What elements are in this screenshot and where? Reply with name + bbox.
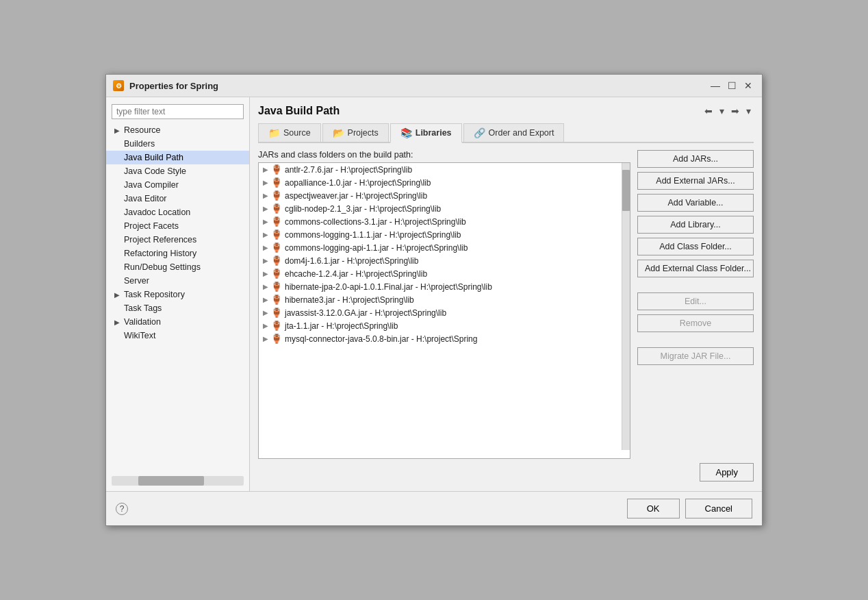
list-item[interactable]: ▶ 🏺 mysql-connector-java-5.0.8-bin.jar -…	[259, 332, 630, 345]
remove-button[interactable]: Remove	[637, 314, 754, 332]
sidebar-item-project-references[interactable]: Project References	[106, 233, 249, 247]
forward-dropdown[interactable]: ▾	[743, 104, 754, 118]
close-button[interactable]: ✕	[741, 79, 755, 92]
list-item[interactable]: ▶ 🏺 aspectjweaver.jar - H:\project\Sprin…	[259, 189, 630, 202]
sidebar-item-project-facets[interactable]: Project Facets	[106, 219, 249, 233]
sidebar-item-java-compiler[interactable]: Java Compiler	[106, 178, 249, 192]
list-item[interactable]: ▶ 🏺 javassist-3.12.0.GA.jar - H:\project…	[259, 306, 630, 319]
list-item[interactable]: ▶ 🏺 cglib-nodep-2.1_3.jar - H:\project\S…	[259, 202, 630, 215]
sidebar-item-label: Resource	[124, 125, 161, 135]
jar-icon: 🏺	[271, 255, 282, 266]
sidebar-item-label: Java Editor	[124, 194, 167, 203]
list-item[interactable]: ▶ 🏺 hibernate-jpa-2.0-api-1.0.1.Final.ja…	[259, 280, 630, 293]
main-header: Java Build Path ⬅ ▾ ➡ ▾	[258, 104, 754, 118]
sidebar-item-task-tags[interactable]: Task Tags	[106, 301, 249, 315]
maximize-button[interactable]: ☐	[725, 79, 739, 92]
jar-vertical-scrollbar[interactable]	[622, 163, 630, 450]
jar-item-label: cglib-nodep-2.1_3.jar - H:\project\Sprin…	[285, 204, 441, 214]
apply-area: Apply	[258, 459, 754, 484]
jar-item-label: commons-collections-3.1.jar - H:\project…	[285, 217, 466, 227]
properties-dialog: ⚙ Properties for Spring — ☐ ✕ ▶ Resource…	[105, 74, 763, 526]
sidebar-item-label: Validation	[124, 317, 161, 327]
sidebar-item-refactoring[interactable]: Refactoring History	[106, 247, 249, 260]
back-dropdown[interactable]: ▾	[717, 104, 727, 118]
add-external-class-folder-button[interactable]: Add External Class Folder...	[637, 260, 754, 277]
content-area: JARs and class folders on the build path…	[258, 150, 754, 459]
sidebar-item-java-code-style[interactable]: Java Code Style	[106, 164, 249, 178]
dialog-icon: ⚙	[113, 80, 124, 91]
jar-icon: 🏺	[271, 334, 282, 344]
add-variable-button[interactable]: Add Variable...	[637, 194, 754, 212]
sidebar-item-label: Project References	[124, 235, 196, 245]
sidebar-item-builders[interactable]: Builders	[106, 137, 249, 151]
list-item[interactable]: ▶ 🏺 ehcache-1.2.4.jar - H:\project\Sprin…	[259, 267, 630, 280]
sidebar-scrollbar-thumb	[138, 476, 205, 486]
list-item[interactable]: ▶ 🏺 aopalliance-1.0.jar - H:\project\Spr…	[259, 176, 630, 189]
tab-source[interactable]: 📁 Source	[258, 123, 321, 142]
edit-button[interactable]: Edit...	[637, 292, 754, 310]
expand-arrow: ▶	[263, 166, 268, 173]
jar-list-inner: ▶ 🏺 antlr-2.7.6.jar - H:\project\Spring\…	[259, 163, 630, 458]
jar-item-label: hibernate3.jar - H:\project\Spring\lib	[285, 295, 414, 305]
migrate-jar-button[interactable]: Migrate JAR File...	[637, 347, 754, 365]
bottom-bar: ? OK Cancel	[106, 491, 762, 525]
list-item[interactable]: ▶ 🏺 dom4j-1.6.1.jar - H:\project\Spring\…	[259, 254, 630, 267]
list-item[interactable]: ▶ 🏺 commons-logging-api-1.1.jar - H:\pro…	[259, 241, 630, 254]
sidebar-item-label: Project Facets	[124, 221, 179, 231]
list-item[interactable]: ▶ 🏺 antlr-2.7.6.jar - H:\project\Spring\…	[259, 163, 630, 176]
list-item[interactable]: ▶ 🏺 jta-1.1.jar - H:\project\Spring\lib	[259, 319, 630, 332]
dialog-body: ▶ Resource Builders Java Build Path Java…	[106, 97, 762, 491]
add-external-jars-button[interactable]: Add External JARs...	[637, 172, 754, 190]
sidebar-item-java-build-path[interactable]: Java Build Path	[106, 151, 249, 164]
sidebar-horizontal-scrollbar[interactable]	[112, 476, 244, 486]
sidebar-item-java-editor[interactable]: Java Editor	[106, 192, 249, 205]
sidebar-item-label: Task Tags	[124, 303, 162, 313]
minimize-button[interactable]: —	[709, 79, 722, 92]
add-jars-button[interactable]: Add JARs...	[637, 150, 754, 168]
back-button[interactable]: ⬅	[702, 104, 715, 118]
sidebar: ▶ Resource Builders Java Build Path Java…	[106, 97, 250, 491]
help-button[interactable]: ?	[116, 503, 128, 515]
list-item[interactable]: ▶ 🏺 hibernate3.jar - H:\project\Spring\l…	[259, 293, 630, 306]
tab-projects[interactable]: 📂 Projects	[322, 123, 389, 142]
filter-input[interactable]	[112, 104, 244, 119]
tab-projects-label: Projects	[348, 128, 379, 138]
sidebar-item-server[interactable]: Server	[106, 274, 249, 288]
title-bar: ⚙ Properties for Spring — ☐ ✕	[106, 75, 762, 97]
jar-icon: 🏺	[271, 229, 282, 240]
forward-button[interactable]: ➡	[728, 104, 742, 118]
sidebar-item-label: Java Build Path	[124, 153, 183, 162]
ok-button[interactable]: OK	[627, 499, 680, 518]
sidebar-item-resource[interactable]: ▶ Resource	[106, 123, 249, 137]
sidebar-item-task-repository[interactable]: ▶ Task Repository	[106, 288, 249, 301]
jar-list-box[interactable]: ▶ 🏺 antlr-2.7.6.jar - H:\project\Spring\…	[258, 162, 630, 459]
jar-item-label: aopalliance-1.0.jar - H:\project\Spring\…	[285, 178, 431, 188]
jar-item-label: mysql-connector-java-5.0.8-bin.jar - H:\…	[285, 334, 477, 344]
sidebar-item-label: WikiText	[124, 331, 156, 340]
tab-order-export[interactable]: 🔗 Order and Export	[463, 123, 565, 142]
expand-arrow: ▶	[114, 291, 120, 299]
add-library-button[interactable]: Add Library...	[637, 216, 754, 234]
expand-arrow: ▶	[263, 283, 268, 290]
cancel-button[interactable]: Cancel	[685, 499, 752, 518]
jar-item-label: commons-logging-api-1.1.jar - H:\project…	[285, 243, 468, 253]
sidebar-item-javadoc[interactable]: Javadoc Location	[106, 205, 249, 219]
sidebar-item-wikitext[interactable]: WikiText	[106, 329, 249, 342]
apply-button[interactable]: Apply	[700, 463, 754, 482]
sidebar-item-validation[interactable]: ▶ Validation	[106, 315, 249, 329]
sidebar-item-label: Java Compiler	[124, 180, 179, 190]
add-class-folder-button[interactable]: Add Class Folder...	[637, 238, 754, 255]
navigation-arrows: ⬅ ▾ ➡ ▾	[702, 104, 754, 118]
jar-icon: 🏺	[271, 268, 282, 279]
bottom-left: ?	[116, 499, 622, 518]
source-tab-icon: 📁	[268, 127, 280, 138]
sidebar-item-label: Refactoring History	[124, 249, 196, 258]
sidebar-item-run-debug[interactable]: Run/Debug Settings	[106, 260, 249, 274]
jar-item-label: dom4j-1.6.1.jar - H:\project\Spring\lib	[285, 256, 418, 266]
expand-arrow: ▶	[263, 218, 268, 225]
list-item[interactable]: ▶ 🏺 commons-logging-1.1.1.jar - H:\proje…	[259, 228, 630, 241]
tab-libraries[interactable]: 📚 Libraries	[390, 123, 462, 143]
expand-arrow: ▶	[263, 244, 268, 251]
expand-arrow: ▶	[263, 179, 268, 186]
list-item[interactable]: ▶ 🏺 commons-collections-3.1.jar - H:\pro…	[259, 215, 630, 228]
